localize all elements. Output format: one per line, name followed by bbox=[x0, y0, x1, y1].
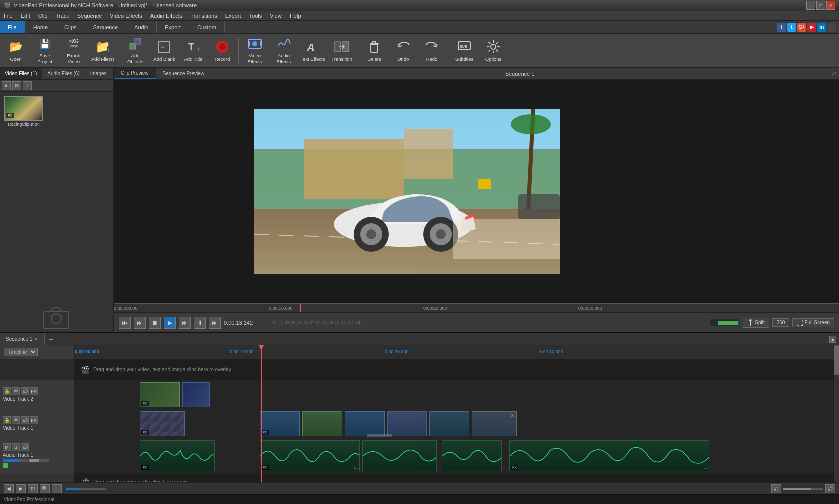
v2-clip-1[interactable]: FX bbox=[140, 382, 180, 407]
video-effects-button[interactable]: Video Effects bbox=[241, 35, 269, 66]
v2-clip-2[interactable] bbox=[182, 382, 210, 407]
audio-clip-5[interactable]: FX ⛶ bbox=[509, 440, 709, 471]
undo-button[interactable]: Undo bbox=[389, 35, 417, 66]
tab-export[interactable]: Export bbox=[157, 21, 189, 33]
track-2-vol[interactable]: 🔊 bbox=[21, 387, 29, 395]
sequence-tab-close[interactable]: ✕ bbox=[34, 337, 38, 342]
scroll-left-button[interactable]: ◀ bbox=[4, 484, 14, 493]
twitter-icon[interactable]: t bbox=[787, 23, 796, 32]
preview-timeline-ruler[interactable]: 0:00:00.000 0:00:10.000 0:00:20.000 0:00… bbox=[114, 303, 839, 312]
menu-audio-effects[interactable]: Audio Effects bbox=[146, 11, 187, 21]
tab-clips[interactable]: Clips bbox=[56, 21, 85, 33]
menu-sequence[interactable]: Sequence bbox=[73, 11, 106, 21]
stop-button[interactable]: ⏹ bbox=[149, 317, 161, 329]
more-icon[interactable]: ... bbox=[827, 23, 836, 32]
v1-clip-1[interactable]: FX bbox=[140, 411, 185, 436]
tab-home[interactable]: Home bbox=[25, 21, 56, 33]
timeline-scrollbar-thumb[interactable] bbox=[834, 345, 839, 375]
track-1-eye[interactable]: 👁 bbox=[12, 416, 20, 424]
add-files-button[interactable]: 📁+ Add File(s) bbox=[89, 35, 117, 66]
sequence-1-tab[interactable]: Sequence 1 ✕ bbox=[0, 333, 45, 345]
zoom-slider[interactable] bbox=[66, 488, 106, 490]
audio-pan-slider[interactable] bbox=[29, 459, 49, 462]
tab-file[interactable]: File bbox=[0, 21, 25, 33]
menu-file[interactable]: File bbox=[0, 11, 17, 21]
track-2-fx[interactable]: FX bbox=[30, 387, 38, 395]
v1-clip-3[interactable] bbox=[302, 411, 342, 436]
audio-clip-2[interactable]: FX ⛶ bbox=[260, 440, 360, 471]
expand-preview-button[interactable]: ⤢ bbox=[829, 68, 839, 79]
record-button[interactable]: Record bbox=[208, 35, 236, 66]
export-video-button[interactable]: 🎬 Export Video bbox=[60, 35, 88, 66]
text-effects-button[interactable]: A Text Effects bbox=[299, 35, 327, 66]
menu-video-effects[interactable]: Video Effects bbox=[106, 11, 146, 21]
overlay-video-track[interactable]: 🎬 Drag and drop your video, text and ima… bbox=[75, 359, 839, 380]
options-button[interactable]: Options bbox=[479, 35, 507, 66]
sort-button[interactable]: ↕ bbox=[23, 81, 32, 90]
youtube-icon[interactable]: ▶ bbox=[807, 23, 816, 32]
v1-clip-4[interactable] bbox=[345, 411, 385, 436]
volume-up-button[interactable]: 🔊 bbox=[825, 484, 835, 493]
subtitles-button[interactable]: SUB Subtitles bbox=[450, 35, 478, 66]
clip-preview-tab[interactable]: Clip Preview bbox=[114, 68, 156, 79]
volume-down-button[interactable]: 🔉 bbox=[771, 484, 781, 493]
menu-transitions[interactable]: Transitions bbox=[186, 11, 221, 21]
track-1-lock[interactable]: 🔒 bbox=[3, 416, 11, 424]
add-blank-button[interactable]: + Add Blank bbox=[150, 35, 178, 66]
scroll-up-button[interactable]: ▲ bbox=[829, 336, 836, 343]
linkedin-icon[interactable]: in bbox=[817, 23, 826, 32]
split-button[interactable]: Split bbox=[743, 318, 769, 328]
audio-clip-3[interactable] bbox=[362, 440, 437, 471]
zoom-in-button[interactable]: 🔍 bbox=[40, 484, 50, 493]
audio-vol-icon[interactable]: 🔊 bbox=[21, 443, 29, 451]
v1-clip-6[interactable] bbox=[429, 411, 469, 436]
audio-mute-button[interactable]: M bbox=[3, 443, 11, 451]
audio-volume-slider[interactable] bbox=[3, 459, 28, 462]
track-1-vol[interactable]: 🔊 bbox=[21, 416, 29, 424]
next-frame-button[interactable]: ⏭ bbox=[179, 317, 191, 329]
timeline-tracks-area[interactable]: 0:00:00.000 0:00:10.000 0:00:20.000 0:00… bbox=[75, 345, 839, 482]
track-2-eye[interactable]: 👁 bbox=[12, 387, 20, 395]
menu-edit[interactable]: Edit bbox=[17, 11, 34, 21]
maximize-button[interactable]: □ bbox=[816, 1, 825, 10]
fit-timeline-button[interactable]: ⊡ bbox=[28, 484, 38, 493]
v1-clip-7[interactable]: ✕ bbox=[472, 411, 517, 436]
grid-view-button[interactable]: ⊞ bbox=[12, 81, 21, 90]
prev-frame-button[interactable]: ⏭ bbox=[134, 317, 146, 329]
scroll-right-button[interactable]: ▶ bbox=[16, 484, 26, 493]
fullscreen-button[interactable]: Full Screen bbox=[792, 318, 834, 327]
transition-button[interactable]: Transition bbox=[328, 35, 356, 66]
menu-view[interactable]: View bbox=[266, 11, 286, 21]
audio-overlay-track[interactable]: 🔊 Drag and drop your audio clips here to… bbox=[75, 473, 839, 482]
add-objects-button[interactable]: + Add Objects bbox=[121, 35, 149, 66]
save-project-button[interactable]: 💾 Save Project bbox=[31, 35, 59, 66]
menu-export[interactable]: Export bbox=[221, 11, 245, 21]
view-360-button[interactable]: 360 bbox=[772, 318, 790, 327]
v1-clip-5[interactable] bbox=[387, 411, 427, 436]
add-title-button[interactable]: T+ Add Title bbox=[179, 35, 207, 66]
delete-button[interactable]: Delete bbox=[360, 35, 388, 66]
menu-help[interactable]: Help bbox=[286, 11, 305, 21]
v1-clip-2[interactable]: FX bbox=[260, 411, 300, 436]
tab-sequence[interactable]: Sequence bbox=[85, 21, 127, 33]
open-button[interactable]: 📂 Open bbox=[2, 35, 30, 66]
tab-audio[interactable]: Audio bbox=[126, 21, 157, 33]
google-icon[interactable]: G+ bbox=[797, 23, 806, 32]
facebook-icon[interactable]: f bbox=[777, 23, 786, 32]
close-button[interactable]: ✕ bbox=[826, 1, 835, 10]
go-to-start-button[interactable]: ⏮ bbox=[119, 317, 131, 329]
master-volume-slider[interactable] bbox=[783, 488, 823, 490]
timeline-view-select[interactable]: Timeline bbox=[4, 348, 38, 356]
go-to-end-button[interactable]: ⏭ bbox=[209, 317, 221, 329]
play-button[interactable]: ▶ bbox=[164, 317, 176, 329]
timeline-scrollbar[interactable] bbox=[834, 345, 839, 482]
audio-solo-button[interactable]: S bbox=[12, 443, 20, 451]
tab-audio-files[interactable]: Audio Files (6) bbox=[42, 68, 85, 79]
tab-custom[interactable]: Custom bbox=[189, 21, 225, 33]
menu-tools[interactable]: Tools bbox=[245, 11, 266, 21]
list-view-button[interactable]: ≡ bbox=[2, 81, 11, 90]
sequence-preview-tab[interactable]: Sequence Preview bbox=[156, 68, 211, 79]
tab-video-files[interactable]: Video Files (1) bbox=[0, 68, 42, 79]
menu-track[interactable]: Track bbox=[52, 11, 73, 21]
audio-clip-1[interactable]: FX bbox=[140, 440, 215, 471]
